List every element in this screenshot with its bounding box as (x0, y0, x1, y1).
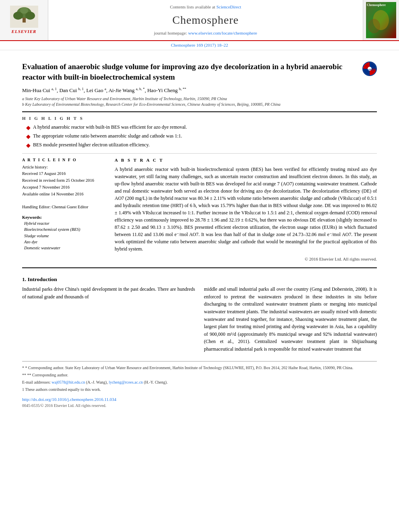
article-body-columns: A R T I C L E I N F O Article history: R… (22, 157, 377, 263)
affiliations: a State Key Laboratory of Urban Water Re… (22, 96, 377, 107)
abstract-column: A B S T R A C T A hybrid anaerobic react… (115, 157, 377, 263)
footnote-equal-contrib: 1 These authors contributed equally to t… (22, 386, 377, 392)
article-title-section: Evaluation of anaerobic sludge volume fo… (22, 62, 377, 82)
abstract-text: A hybrid anaerobic reactor with built-in… (115, 166, 377, 253)
svg-text:CrossMark: CrossMark (363, 68, 376, 71)
abstract-label: A B S T R A C T (115, 157, 377, 164)
keyword-4: Azo dye (24, 239, 107, 245)
highlight-item-3: ◆ BES module presented higher electron u… (26, 142, 377, 150)
footnote-corresponding1: * * Corresponding author. State Key Labo… (22, 365, 377, 371)
footnotes-area: * * Corresponding author. State Key Labo… (22, 361, 377, 392)
footnote-emails: E-mail addresses: waj0578@hit.edu.cn (A.… (22, 379, 377, 385)
journal-name: Chemosphere (173, 12, 239, 29)
doi-line: http://dx.doi.org/10.1016/j.chemosphere.… (22, 396, 377, 403)
journal-issue-line: Chemosphere 169 (2017) 18–22 (0, 41, 399, 50)
footnote-star1: * (22, 366, 25, 370)
intro-left-column: Industrial parks drive China's rapid dev… (22, 286, 195, 353)
highlights-list: ◆ A hybrid anaerobic reactor with built-… (22, 124, 377, 150)
keyword-5: Domestic wastewater (24, 245, 107, 251)
introduction-section: 1. Introduction Industrial parks drive C… (22, 275, 377, 353)
intro-left-text: Industrial parks drive China's rapid dev… (22, 286, 195, 300)
keyword-3: Sludge volume (24, 233, 107, 239)
article-title: Evaluation of anaerobic sludge volume fo… (22, 62, 356, 82)
crossmark-icon: CrossMark (362, 62, 377, 76)
homepage-line: journal homepage: www.elsevier.com/locat… (154, 30, 257, 37)
divider-mid (22, 153, 377, 154)
bullet-icon-2: ◆ (26, 133, 31, 141)
article-info-block: A R T I C L E I N F O Article history: R… (22, 157, 107, 210)
intro-body-columns: Industrial parks drive China's rapid dev… (22, 286, 377, 353)
crossmark-badge: CrossMark (362, 62, 377, 76)
cover-image: Chemosphere (366, 2, 396, 38)
issn-line: 0045-6535/© 2016 Elsevier Ltd. All right… (22, 403, 377, 409)
intro-title: 1. Introduction (22, 275, 377, 283)
email-link-2[interactable]: lycheng@rcees.ac.cn (109, 380, 143, 384)
journal-header: ELSEVIER Contents lists available at Sci… (0, 0, 399, 41)
received-date: Received 17 August 2016 (22, 170, 107, 177)
bullet-icon-3: ◆ (26, 142, 31, 150)
article-info-column: A R T I C L E I N F O Article history: R… (22, 157, 107, 263)
homepage-url[interactable]: www.elsevier.com/locate/chemosphere (188, 31, 257, 35)
divider-top (22, 111, 377, 112)
svg-point-8 (368, 19, 380, 33)
revised-date: Received in revised form 25 October 2016 (22, 177, 107, 184)
affiliation-b: b Key Laboratory of Environmental Biotec… (22, 102, 377, 107)
science-direct-line: Contents lists available at ScienceDirec… (170, 4, 241, 10)
intro-right-column: middle and small industrial parks all ov… (204, 286, 377, 353)
bottom-links: http://dx.doi.org/10.1016/j.chemosphere.… (22, 396, 377, 409)
journal-center: Contents lists available at ScienceDirec… (48, 0, 363, 40)
available-date: Available online 14 November 2016 (22, 191, 107, 197)
intro-right-text: middle and small industrial parks all ov… (204, 286, 377, 353)
footnote-star2: ** (22, 373, 27, 377)
svg-point-5 (20, 7, 28, 14)
highlights-section: H I G H L I G H T S ◆ A hybrid anaerobic… (22, 115, 377, 150)
authors-line: Min-Hua Cui a, 1, Dan Cui b, 1, Lei Gao … (22, 86, 377, 94)
keyword-2: Bioelectrochemical system (BES) (24, 226, 107, 232)
elsevier-logo: ELSEVIER (10, 6, 38, 35)
footnote-corresponding2: ** ** Corresponding author. (22, 372, 377, 378)
accepted-date: Accepted 7 November 2016 (22, 184, 107, 191)
page: ELSEVIER Contents lists available at Sci… (0, 0, 399, 532)
highlight-item-1: ◆ A hybrid anaerobic reactor with built-… (26, 124, 377, 132)
email-link-1[interactable]: waj0578@hit.edu.cn (51, 380, 85, 384)
highlights-label: H I G H L I G H T S (22, 115, 377, 122)
handling-editor: Handling Editor: Chennai Guest Editor (22, 204, 107, 210)
article-info-label: A R T I C L E I N F O (22, 157, 107, 163)
journal-cover: Chemosphere (363, 0, 399, 40)
keywords-label: Keywords: (22, 214, 107, 220)
article-history-label: Article history: (22, 164, 107, 170)
bullet-icon-1: ◆ (26, 124, 31, 132)
keyword-1: Hybrid reactor (24, 220, 107, 226)
svg-rect-4 (23, 18, 26, 23)
affiliation-a: a State Key Laboratory of Urban Water Re… (22, 96, 377, 102)
elsevier-tree-icon (10, 6, 38, 28)
elsevier-logo-area: ELSEVIER (0, 0, 48, 40)
doi-link[interactable]: http://dx.doi.org/10.1016/j.chemosphere.… (22, 397, 116, 402)
highlight-item-2: ◆ The appropriate volume ratio between a… (26, 133, 377, 141)
content-area: Evaluation of anaerobic sludge volume fo… (0, 50, 399, 416)
cover-title-text: Chemosphere (367, 3, 386, 8)
science-direct-link[interactable]: ScienceDirect (216, 4, 241, 9)
keywords-block: Keywords: Hybrid reactor Bioelectrochemi… (22, 214, 107, 251)
elsevier-brand-text: ELSEVIER (12, 29, 37, 35)
abstract-section: A B S T R A C T A hybrid anaerobic react… (115, 157, 377, 263)
copyright-line: © 2016 Elsevier Ltd. All rights reserved… (115, 256, 377, 263)
divider-bottom (22, 267, 377, 268)
